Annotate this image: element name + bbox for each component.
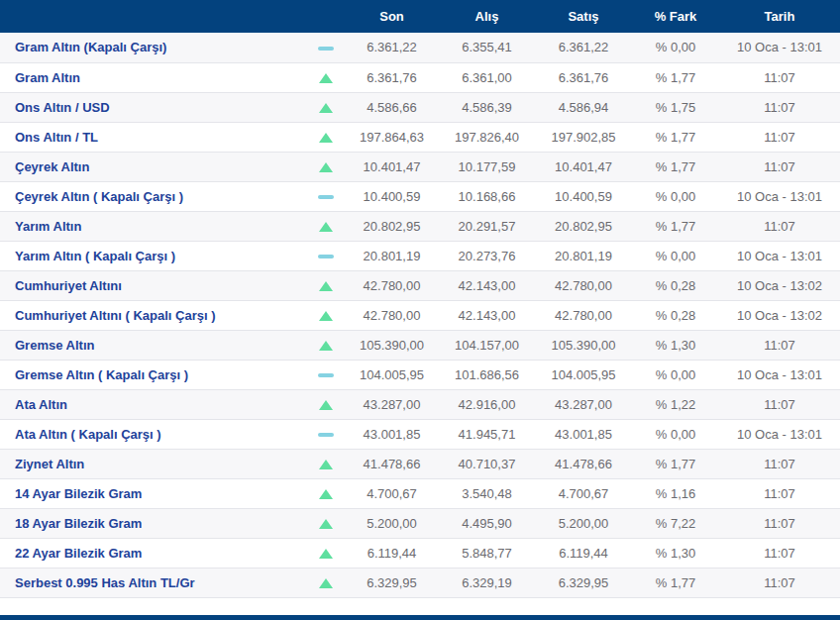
- trend-up-icon: [319, 73, 333, 83]
- instrument-name-link[interactable]: Cumhuriyet Altını: [0, 270, 307, 300]
- time-value: 10 Oca - 13:02: [719, 300, 840, 330]
- time-value: 10 Oca - 13:01: [719, 419, 840, 449]
- instrument-name-link[interactable]: Gremse Altın: [0, 330, 307, 360]
- gold-prices-page: Son Alış Satış % Fark Tarih Gram Altın (…: [0, 0, 840, 620]
- column-header-alis: Alış: [439, 0, 535, 33]
- son-value: 20.802,95: [345, 211, 439, 241]
- alis-value: 6.355,41: [439, 33, 535, 62]
- table-row[interactable]: Ata Altın43.287,0042.916,0043.287,00% 1,…: [0, 389, 840, 419]
- son-value: 10.401,47: [345, 152, 439, 181]
- column-header-son: Son: [345, 0, 439, 33]
- table-row[interactable]: Yarım Altın20.802,9520.291,5720.802,95% …: [0, 211, 840, 241]
- alis-value: 42.916,00: [439, 389, 535, 419]
- change-percent-value: % 1,77: [632, 62, 719, 92]
- table-row[interactable]: Serbest 0.995 Has Altın TL/Gr6.329,956.3…: [0, 568, 840, 597]
- satis-value: 43.001,85: [535, 419, 632, 449]
- trend-cell: [307, 360, 345, 389]
- table-row[interactable]: Çeyrek Altın ( Kapalı Çarşı )10.400,5910…: [0, 181, 840, 211]
- son-value: 104.005,95: [345, 360, 439, 389]
- trend-flat-icon: [318, 195, 334, 199]
- satis-value: 104.005,95: [535, 360, 632, 389]
- instrument-name-link[interactable]: Gremse Altın ( Kapalı Çarşı ): [0, 360, 307, 389]
- time-value: 11:07: [719, 211, 840, 241]
- table-row[interactable]: Ziynet Altın41.478,6640.710,3741.478,66%…: [0, 449, 840, 478]
- instrument-name-link[interactable]: 22 Ayar Bilezik Gram: [0, 538, 307, 568]
- change-percent-value: % 1,30: [632, 330, 719, 360]
- instrument-name-link[interactable]: Ons Altın / TL: [0, 122, 307, 152]
- satis-value: 5.200,00: [535, 508, 632, 538]
- trend-cell: [307, 270, 345, 300]
- table-row[interactable]: Gremse Altın105.390,00104.157,00105.390,…: [0, 330, 840, 360]
- instrument-name-link[interactable]: Ziynet Altın: [0, 449, 307, 478]
- time-value: 10 Oca - 13:01: [719, 241, 840, 270]
- table-row[interactable]: Cumhuriyet Altını42.780,0042.143,0042.78…: [0, 270, 840, 300]
- alis-value: 10.177,59: [439, 152, 535, 181]
- trend-cell: [307, 92, 345, 122]
- instrument-name-link[interactable]: Gram Altın: [0, 62, 307, 92]
- satis-value: 4.586,94: [535, 92, 632, 122]
- next-section-header-bar: [0, 615, 840, 620]
- instrument-name-link[interactable]: Çeyrek Altın ( Kapalı Çarşı ): [0, 181, 307, 211]
- trend-flat-icon: [318, 47, 334, 51]
- satis-value: 6.361,22: [535, 33, 632, 62]
- alis-value: 3.540,48: [439, 478, 535, 508]
- alis-value: 40.710,37: [439, 449, 535, 478]
- trend-up-icon: [319, 222, 333, 232]
- son-value: 6.361,76: [345, 62, 439, 92]
- alis-value: 6.329,19: [439, 568, 535, 597]
- instrument-name-link[interactable]: Çeyrek Altın: [0, 152, 307, 181]
- trend-cell: [307, 508, 345, 538]
- alis-value: 42.143,00: [439, 300, 535, 330]
- instrument-name-link[interactable]: 14 Ayar Bilezik Gram: [0, 478, 307, 508]
- change-percent-value: % 0,00: [632, 360, 719, 389]
- column-header-satis: Satış: [535, 0, 632, 33]
- column-header-trend: [307, 0, 345, 33]
- time-value: 10 Oca - 13:01: [719, 33, 840, 62]
- gold-prices-table: Son Alış Satış % Fark Tarih Gram Altın (…: [0, 0, 840, 598]
- change-percent-value: % 1,22: [632, 389, 719, 419]
- change-percent-value: % 0,00: [632, 241, 719, 270]
- alis-value: 41.945,71: [439, 419, 535, 449]
- table-row[interactable]: 14 Ayar Bilezik Gram4.700,673.540,484.70…: [0, 478, 840, 508]
- trend-up-icon: [319, 162, 333, 172]
- instrument-name-link[interactable]: Yarım Altın: [0, 211, 307, 241]
- alis-value: 5.848,77: [439, 538, 535, 568]
- satis-value: 4.700,67: [535, 478, 632, 508]
- table-row[interactable]: Ata Altın ( Kapalı Çarşı )43.001,8541.94…: [0, 419, 840, 449]
- satis-value: 42.780,00: [535, 270, 632, 300]
- trend-cell: [307, 419, 345, 449]
- satis-value: 43.287,00: [535, 389, 632, 419]
- trend-up-icon: [319, 460, 333, 469]
- instrument-name-link[interactable]: Ons Altın / USD: [0, 92, 307, 122]
- table-row[interactable]: 22 Ayar Bilezik Gram6.119,445.848,776.11…: [0, 538, 840, 568]
- table-row[interactable]: Ons Altın / USD4.586,664.586,394.586,94%…: [0, 92, 840, 122]
- instrument-name-link[interactable]: Ata Altın: [0, 389, 307, 419]
- table-row[interactable]: Yarım Altın ( Kapalı Çarşı )20.801,1920.…: [0, 241, 840, 270]
- instrument-name-link[interactable]: Gram Altın (Kapalı Çarşı): [0, 33, 307, 62]
- time-value: 11:07: [719, 152, 840, 181]
- trend-up-icon: [319, 311, 333, 321]
- instrument-name-link[interactable]: 18 Ayar Bilezik Gram: [0, 508, 307, 538]
- time-value: 10 Oca - 13:01: [719, 360, 840, 389]
- satis-value: 20.801,19: [535, 241, 632, 270]
- gold-prices-table-body: Gram Altın (Kapalı Çarşı)6.361,226.355,4…: [0, 33, 840, 597]
- table-row[interactable]: Çeyrek Altın10.401,4710.177,5910.401,47%…: [0, 152, 840, 181]
- instrument-name-link[interactable]: Cumhuriyet Altını ( Kapalı Çarşı ): [0, 300, 307, 330]
- table-row[interactable]: Cumhuriyet Altını ( Kapalı Çarşı )42.780…: [0, 300, 840, 330]
- son-value: 42.780,00: [345, 300, 439, 330]
- table-row[interactable]: 18 Ayar Bilezik Gram5.200,004.495,905.20…: [0, 508, 840, 538]
- table-row[interactable]: Gram Altın6.361,766.361,006.361,76% 1,77…: [0, 62, 840, 92]
- trend-cell: [307, 330, 345, 360]
- son-value: 4.700,67: [345, 478, 439, 508]
- time-value: 11:07: [719, 538, 840, 568]
- instrument-name-link[interactable]: Ata Altın ( Kapalı Çarşı ): [0, 419, 307, 449]
- table-row[interactable]: Gram Altın (Kapalı Çarşı)6.361,226.355,4…: [0, 33, 840, 62]
- trend-cell: [307, 568, 345, 597]
- instrument-name-link[interactable]: Serbest 0.995 Has Altın TL/Gr: [0, 568, 307, 597]
- son-value: 6.361,22: [345, 33, 439, 62]
- table-row[interactable]: Gremse Altın ( Kapalı Çarşı )104.005,951…: [0, 360, 840, 389]
- satis-value: 10.401,47: [535, 152, 632, 181]
- instrument-name-link[interactable]: Yarım Altın ( Kapalı Çarşı ): [0, 241, 307, 270]
- table-row[interactable]: Ons Altın / TL197.864,63197.826,40197.90…: [0, 122, 840, 152]
- table-header: Son Alış Satış % Fark Tarih: [0, 0, 840, 33]
